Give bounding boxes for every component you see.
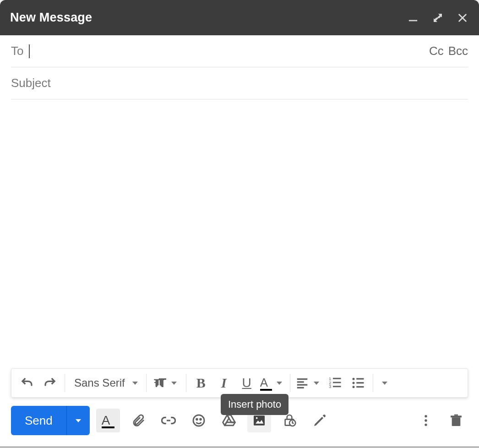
subject-placeholder: Subject [11, 76, 51, 90]
svg-rect-18 [356, 378, 364, 379]
svg-point-15 [352, 378, 354, 380]
italic-icon: I [221, 375, 227, 391]
align-left-icon [295, 376, 309, 390]
bulleted-list-button[interactable] [347, 372, 369, 394]
emoji-icon [191, 413, 206, 428]
chevron-down-icon [76, 419, 81, 422]
fullscreen-icon [432, 12, 443, 23]
svg-point-31 [425, 424, 427, 426]
minimize-icon [408, 12, 418, 23]
bulleted-list-icon [351, 376, 365, 390]
svg-rect-8 [297, 387, 304, 388]
font-size-icon: тT [153, 376, 167, 390]
discard-draft-button[interactable] [444, 409, 468, 432]
photo-icon [252, 413, 267, 428]
svg-point-21 [193, 415, 204, 426]
bottom-edge [0, 446, 479, 448]
font-family-select[interactable]: Sans Serif [69, 372, 142, 394]
drive-icon [222, 413, 236, 428]
underline-icon: U [242, 376, 251, 390]
chevron-down-icon [382, 382, 387, 385]
formatting-toolbar: Sans Serif тT B I U [11, 368, 468, 398]
svg-point-29 [425, 415, 427, 417]
font-size-button[interactable]: тT [150, 372, 182, 394]
fullscreen-button[interactable] [431, 11, 444, 24]
formatting-options-button[interactable]: A [96, 409, 120, 432]
redo-icon [43, 376, 57, 390]
numbered-list-button[interactable]: 123 [324, 372, 346, 394]
svg-rect-0 [409, 20, 417, 21]
text-color-button[interactable]: A [259, 372, 286, 394]
svg-rect-20 [356, 386, 364, 388]
subject-row[interactable]: Subject [11, 67, 468, 99]
svg-point-30 [425, 419, 427, 421]
bcc-button[interactable]: Bcc [448, 44, 468, 58]
confidential-icon [282, 413, 297, 428]
to-label: To [11, 44, 23, 58]
compose-window: New Message To Cc [0, 0, 479, 446]
bold-icon: B [196, 375, 206, 391]
more-vertical-icon [419, 413, 433, 428]
svg-rect-24 [254, 415, 265, 425]
close-button[interactable] [456, 11, 469, 24]
italic-button[interactable]: I [213, 372, 235, 394]
chevron-down-icon [277, 382, 282, 385]
compose-title: New Message [10, 11, 407, 25]
svg-point-22 [196, 419, 197, 420]
redo-button[interactable] [39, 372, 61, 394]
undo-button[interactable] [16, 372, 38, 394]
text-cursor [29, 44, 30, 58]
send-options-button[interactable] [67, 406, 90, 435]
chevron-down-icon [132, 382, 138, 385]
svg-point-26 [256, 417, 258, 419]
svg-rect-34 [454, 415, 458, 416]
svg-point-16 [352, 382, 354, 384]
message-body[interactable] [0, 99, 479, 368]
svg-rect-32 [452, 417, 461, 426]
more-formatting-button[interactable] [377, 372, 392, 394]
bold-button[interactable]: B [190, 372, 212, 394]
svg-text:T: T [158, 376, 166, 390]
link-icon [161, 413, 176, 428]
to-row[interactable]: To Cc Bcc [11, 35, 468, 67]
paperclip-icon [131, 413, 146, 428]
align-button[interactable] [294, 372, 323, 394]
insert-link-button[interactable] [157, 409, 180, 432]
svg-rect-6 [297, 381, 304, 382]
svg-point-23 [200, 419, 201, 420]
svg-rect-14 [333, 386, 341, 387]
send-split-button: Send [11, 406, 90, 435]
text-format-icon: A [102, 413, 114, 428]
insert-emoji-button[interactable] [187, 409, 211, 432]
underline-button[interactable]: U [236, 372, 258, 394]
trash-icon [449, 413, 463, 428]
attach-file-button[interactable] [126, 409, 150, 432]
insert-signature-button[interactable] [308, 409, 332, 432]
window-controls [407, 11, 469, 24]
svg-rect-5 [297, 378, 307, 380]
chevron-down-icon [171, 382, 177, 385]
text-color-icon: A [260, 376, 272, 391]
svg-rect-19 [356, 382, 364, 383]
tooltip: Insert photo [221, 394, 288, 415]
header-fields: To Cc Bcc Subject [0, 35, 479, 99]
send-button[interactable]: Send [11, 406, 67, 435]
svg-rect-12 [333, 378, 341, 379]
svg-text:т: т [154, 379, 158, 389]
close-icon [457, 12, 468, 23]
numbered-list-icon: 123 [328, 376, 342, 390]
font-family-label: Sans Serif [74, 377, 125, 389]
svg-rect-7 [297, 384, 307, 386]
undo-icon [20, 376, 34, 390]
minimize-button[interactable] [407, 11, 419, 24]
more-options-button[interactable] [414, 409, 438, 432]
svg-rect-13 [333, 382, 341, 383]
chevron-down-icon [314, 382, 319, 385]
svg-rect-33 [451, 415, 462, 417]
svg-point-17 [352, 386, 354, 388]
cc-button[interactable]: Cc [429, 44, 444, 58]
svg-text:3: 3 [329, 384, 331, 389]
compose-header: New Message [0, 0, 479, 35]
formatting-toolbar-wrap: Sans Serif тT B I U [0, 368, 479, 398]
pen-icon [312, 413, 327, 428]
